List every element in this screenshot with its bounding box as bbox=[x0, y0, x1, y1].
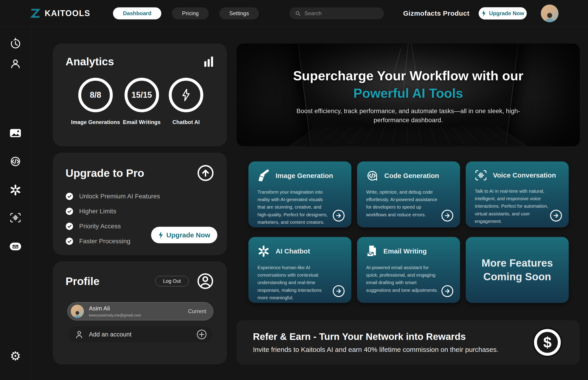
analytics-card: Analytics 8/8 Image Generations 15/15 Em… bbox=[53, 43, 227, 146]
nav-tabs: Dashboard Pricing Settings bbox=[113, 7, 259, 19]
feature-description: AI-powered email assistant for quick, pr… bbox=[366, 264, 451, 294]
settings-gear-icon[interactable]: ⚙ bbox=[10, 350, 21, 362]
upgrade-title: Upgrade to Pro bbox=[66, 167, 144, 179]
profile-circle-icon bbox=[196, 272, 214, 290]
analytics-title: Analytics bbox=[66, 55, 114, 68]
feature-card-code-generation[interactable]: Code Generation Write, optimize, and deb… bbox=[357, 161, 460, 228]
logout-button[interactable]: Log Out bbox=[155, 276, 189, 286]
add-account-label: Add an account bbox=[89, 331, 132, 338]
tab-settings[interactable]: Settings bbox=[219, 7, 259, 19]
stat-image-generations: 8/8 Image Generations bbox=[71, 78, 119, 125]
navbar-upgrade-button[interactable]: Upgrade Now bbox=[479, 7, 527, 19]
upgrade-pro-card: Upgrade to Pro Unlock Premium AI Feature… bbox=[53, 152, 227, 255]
refer-subtitle: Invite friends to Kaitools AI and earn 4… bbox=[253, 346, 525, 353]
search-input[interactable] bbox=[304, 10, 379, 17]
feature-card-ai-chatbot[interactable]: AI Chatbot Experience human-like AI conv… bbox=[248, 237, 352, 303]
account-name: Asim Ali bbox=[89, 305, 141, 312]
feature-grid: Image Generation Transform your imaginat… bbox=[248, 161, 569, 303]
lightning-outline-icon bbox=[181, 89, 191, 101]
user-icon bbox=[75, 330, 83, 339]
profile-card: Profile Log Out Asim Ali keeryoasimaly.m… bbox=[53, 261, 227, 364]
brand-logo[interactable]: KAITOOLS bbox=[30, 8, 90, 19]
add-account-row[interactable]: Add an account bbox=[67, 326, 213, 343]
feature-title: AI Chatbot bbox=[276, 247, 310, 255]
voice-icon bbox=[475, 170, 487, 181]
feature-card-email-writing[interactable]: Email Writing AI-powered email assistant… bbox=[357, 237, 460, 303]
arrow-right-icon[interactable] bbox=[550, 210, 562, 222]
coming-soon-line1: More Features bbox=[482, 256, 553, 270]
search-bar[interactable] bbox=[290, 7, 384, 19]
refer-title: Refer & Earn - Turn Your Network into Re… bbox=[253, 331, 525, 342]
feature-card-image-generation[interactable]: Image Generation Transform your imaginat… bbox=[248, 161, 352, 228]
openai-icon bbox=[257, 245, 270, 257]
paintbrush-icon bbox=[257, 170, 270, 182]
email-doc-icon bbox=[366, 245, 377, 257]
feature-title: Email Writing bbox=[383, 247, 427, 255]
image-icon[interactable] bbox=[10, 128, 21, 138]
tab-pricing[interactable]: Pricing bbox=[172, 7, 209, 19]
plus-circle-icon[interactable] bbox=[196, 328, 208, 340]
upgrade-feature-item: Higher Limits bbox=[66, 208, 214, 215]
arrow-right-icon[interactable] bbox=[441, 285, 453, 297]
hero-title-line1: Supercharge Your Workflow with our bbox=[293, 68, 523, 83]
stat-chatbot-ai: Chatbot AI bbox=[164, 78, 209, 125]
profile-title: Profile bbox=[66, 275, 99, 287]
hero-title-line2: Powerful AI Tools bbox=[353, 85, 463, 101]
account-email: keeryoasimaly.me@gmail.com bbox=[89, 313, 141, 318]
account-status-badge: Current bbox=[188, 308, 206, 314]
kaitools-dashboard: KAITOOLS Dashboard Pricing Settings Gizm… bbox=[0, 0, 588, 380]
stat-email-writings: 15/15 Email Writings bbox=[119, 78, 164, 125]
search-icon bbox=[294, 10, 301, 17]
user-icon[interactable] bbox=[10, 58, 21, 69]
product-label: Gizmofacts Product bbox=[403, 10, 469, 17]
refer-earn-banner: Refer & Earn - Turn Your Network into Re… bbox=[236, 320, 580, 365]
coming-soon-line2: Coming Soon bbox=[482, 270, 553, 284]
feature-description: Experience human-like AI conversations w… bbox=[257, 264, 342, 301]
dollar-circle-icon: $ bbox=[534, 329, 561, 356]
logo-hourglass-icon bbox=[30, 8, 40, 19]
tab-dashboard[interactable]: Dashboard bbox=[113, 7, 161, 19]
upgrade-now-label: Upgrade Now bbox=[166, 231, 210, 239]
feature-description: Write, optimize, and debug code effortle… bbox=[366, 188, 451, 218]
hero-subtitle: Boost efficiency, track performance, and… bbox=[288, 107, 529, 124]
account-avatar bbox=[71, 305, 84, 318]
feature-description: Transform your imagination into reality … bbox=[257, 188, 342, 226]
logo-text: KAITOOLS bbox=[45, 9, 90, 18]
stat-ring: 15/15 bbox=[125, 78, 159, 112]
upgrade-now-button[interactable]: Upgrade Now bbox=[151, 227, 217, 243]
feature-description: Talk to AI in real-time with natural, in… bbox=[475, 187, 560, 225]
arrow-right-icon[interactable] bbox=[333, 285, 345, 297]
feature-card-coming-soon: More Features Coming Soon bbox=[466, 237, 569, 303]
lightning-icon bbox=[158, 231, 164, 239]
navbar-upgrade-label: Upgrade Now bbox=[489, 10, 524, 17]
top-navbar: KAITOOLS Dashboard Pricing Settings Gizm… bbox=[0, 0, 588, 27]
circle-up-arrow-icon bbox=[197, 164, 214, 182]
upgrade-feature-item: Unlock Premium AI Features bbox=[66, 192, 214, 200]
current-account-row[interactable]: Asim Ali keeryoasimaly.me@gmail.com Curr… bbox=[67, 302, 213, 320]
voice-icon[interactable] bbox=[10, 212, 21, 223]
stat-ring bbox=[169, 78, 203, 112]
lightning-icon bbox=[481, 10, 486, 17]
feature-title: Image Generation bbox=[276, 172, 333, 180]
arrow-right-icon[interactable] bbox=[333, 210, 345, 222]
stat-ring: 8/8 bbox=[78, 78, 113, 112]
analytics-stats: 8/8 Image Generations 15/15 Email Writin… bbox=[66, 78, 214, 125]
feature-title: Code Generation bbox=[384, 172, 439, 180]
hero-banner: Supercharge Your Workflow with our Power… bbox=[236, 43, 580, 146]
left-sidebar: ⚙ bbox=[0, 27, 31, 380]
code-icon[interactable] bbox=[9, 156, 21, 167]
history-icon[interactable] bbox=[10, 38, 21, 50]
user-avatar[interactable] bbox=[541, 4, 559, 22]
openai-icon[interactable] bbox=[10, 184, 21, 196]
feature-title: Voice Conversation bbox=[493, 171, 556, 179]
code-icon bbox=[366, 170, 378, 182]
feature-card-voice-conversation[interactable]: Voice Conversation Talk to AI in real-ti… bbox=[466, 161, 569, 228]
mail-icon[interactable] bbox=[10, 242, 21, 251]
bar-chart-icon bbox=[204, 56, 214, 67]
arrow-right-icon[interactable] bbox=[441, 210, 453, 222]
